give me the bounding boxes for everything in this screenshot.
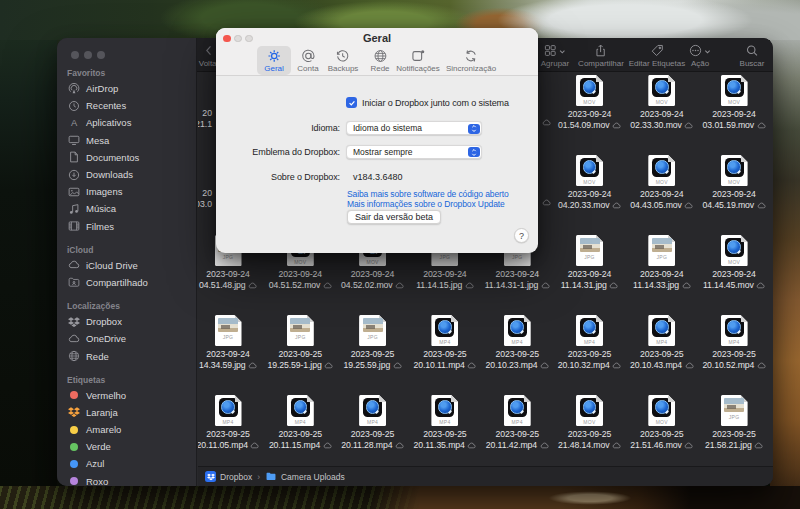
toolbar-button-compartilhar[interactable]: Compartilhar [578, 43, 624, 68]
cloud-download-icon [248, 442, 260, 449]
sidebar-item-laranja[interactable]: Laranja [63, 404, 190, 421]
toolbar-button-editar-etiquetas[interactable]: Editar Etiquetas [629, 43, 685, 68]
open-source-link[interactable]: Saiba mais sobre software de código aber… [347, 189, 509, 199]
file-name: 20.11.42.mp4 [486, 440, 549, 451]
path-item-current[interactable]: Camera Uploads [281, 472, 345, 482]
file-item[interactable]: MOV2023-09-2404.20.33.mov [552, 155, 628, 211]
file-item[interactable]: MP42023-09-2520.11.42.mp4 [479, 395, 555, 451]
file-date: 2023-09-24 [206, 349, 249, 360]
tab-notificacoes[interactable]: Notificações [396, 48, 440, 73]
globe-icon [373, 48, 387, 63]
file-name: 21.58.21.jpg [705, 440, 763, 451]
cloud-download-icon [320, 442, 332, 449]
sidebar-item-vermelho[interactable]: Vermelho [63, 387, 190, 404]
sidebar-item-compartilhado[interactable]: Compartilhado [63, 274, 190, 291]
leave-beta-button[interactable]: Sair da versão beta [347, 210, 441, 224]
file-extension-badge: MP4 [222, 419, 233, 425]
tab-conta[interactable]: Conta [297, 48, 318, 73]
file-item[interactable]: MP42023-09-2520.10.32.mp4 [552, 315, 628, 371]
update-info-link[interactable]: Mais informações sobre o Dropbox Update [347, 199, 505, 209]
sidebar-item-rede[interactable]: Rede [63, 347, 190, 364]
file-item[interactable]: MP42023-09-2520.11.28.mp4 [335, 395, 411, 451]
file-icon: MP4 [431, 315, 458, 346]
sidebar-item-downloads[interactable]: Downloads [63, 166, 190, 183]
sidebar-item-imagens[interactable]: Imagens [63, 183, 190, 200]
tab-backups[interactable]: Backups [328, 48, 359, 73]
svg-text:A: A [70, 118, 77, 128]
sidebar-section-title: iCloud [63, 243, 190, 257]
toolbar-label: Agrupar [541, 59, 569, 68]
sidebar-item-airdrop[interactable]: AirDrop [63, 80, 190, 97]
file-item[interactable]: JPG2023-09-2519.25.59-1.jpg [262, 315, 338, 371]
start-with-system-checkbox[interactable] [346, 97, 357, 108]
clock-icon [67, 99, 80, 112]
file-item[interactable]: MP42023-09-2520.11.15.mp4 [262, 395, 338, 451]
tab-rede[interactable]: Rede [370, 48, 389, 73]
path-item-root[interactable]: Dropbox [220, 472, 252, 482]
file-item[interactable]: MP42023-09-2520.10.43.mp4 [624, 315, 700, 371]
sidebar-item-azul[interactable]: Azul [63, 455, 190, 472]
sidebar-item-recentes[interactable]: Recentes [63, 97, 190, 114]
file-item[interactable]: JPG2023-09-2411.14.31.jpg [552, 235, 628, 291]
toolbar-button-buscar[interactable]: Buscar [740, 43, 765, 68]
file-date: 2023-09-25 [495, 429, 538, 440]
sidebar-item-roxo[interactable]: Roxo [63, 473, 190, 486]
file-name: 04.20.33.mov [558, 200, 621, 211]
cloud-download-icon [609, 442, 621, 449]
chevron-down-icon [704, 41, 711, 59]
sidebar-item-onedrive[interactable]: OneDrive [63, 330, 190, 347]
sidebar-item-musica[interactable]: Música [63, 200, 190, 217]
file-item[interactable]: MOV2023-09-2403.01.59.mov [696, 75, 772, 131]
sidebar-item-documentos[interactable]: Documentos [63, 149, 190, 166]
file-extension-badge: MP4 [512, 419, 523, 425]
zoom-button[interactable] [97, 51, 105, 59]
file-label-partial: 20 [202, 188, 212, 199]
help-button[interactable]: ? [514, 228, 529, 243]
sidebar-item-mesa[interactable]: Mesa [63, 132, 190, 149]
file-item[interactable]: JPG2023-09-2414.34.59.jpg [198, 315, 266, 371]
tab-sincronizacao[interactable]: Sincronização [446, 48, 496, 73]
language-select[interactable]: Idioma do sistema [346, 121, 482, 135]
file-item[interactable]: MP42023-09-2520.10.23.mp4 [479, 315, 555, 371]
toolbar-button-acao[interactable]: Ação [689, 43, 711, 68]
sidebar-item-icloud-drive[interactable]: iCloud Drive [63, 257, 190, 274]
file-item[interactable]: MOV2023-09-2404.45.19.mov [696, 155, 772, 211]
file-date: 2023-09-25 [640, 349, 683, 360]
dropbox-icon [67, 315, 80, 328]
file-extension-badge: MOV [294, 259, 306, 265]
file-item[interactable]: MP42023-09-2520.11.35.mp4 [407, 395, 483, 451]
minimize-button[interactable] [84, 51, 92, 59]
file-extension-badge: MOV [656, 419, 668, 425]
file-date: 2023-09-25 [206, 429, 249, 440]
sidebar-item-dropbox[interactable]: Dropbox [63, 313, 190, 330]
file-item[interactable]: MOV2023-09-2402.33.30.mov [624, 75, 700, 131]
cloud-download-icon [679, 282, 691, 289]
sidebar-item-verde[interactable]: Verde [63, 438, 190, 455]
sidebar-item-aplicativos[interactable]: AAplicativos [63, 114, 190, 131]
file-extension-badge: JPG [584, 254, 595, 260]
file-item[interactable]: MOV2023-09-2401.54.09.mov [552, 75, 628, 131]
tab-geral[interactable]: Geral [264, 48, 284, 73]
cloud-download-icon [754, 362, 766, 369]
file-item[interactable]: JPG2023-09-2411.14.33.jpg [624, 235, 700, 291]
file-item[interactable]: JPG2023-09-2519.25.59.jpg [335, 315, 411, 371]
file-item[interactable]: JPG2023-09-2521.58.21.jpg [696, 395, 772, 451]
file-item[interactable]: MOV2023-09-2521.51.46.mov [624, 395, 700, 451]
file-item[interactable]: MP42023-09-2520.11.05.mp4 [198, 395, 266, 451]
file-date: 2023-09-24 [712, 189, 755, 200]
file-icon: MOV [648, 395, 675, 426]
file-item[interactable]: MOV2023-09-2521.48.14.mov [552, 395, 628, 451]
file-item[interactable]: MP42023-09-2520.10.52.mp4 [696, 315, 772, 371]
sidebar-item-amarelo[interactable]: Amarelo [63, 421, 190, 438]
file-item[interactable]: MOV2023-09-2411.14.45.mov [696, 235, 772, 291]
file-item[interactable]: MOV2023-09-2404.43.05.mov [624, 155, 700, 211]
sidebar-item-filmes[interactable]: Filmes [63, 218, 190, 235]
close-button[interactable] [71, 51, 79, 59]
sidebar-item-label: Vermelho [86, 390, 126, 401]
file-icon: MOV [576, 395, 603, 426]
badge-select[interactable]: Mostrar sempre [346, 145, 482, 159]
file-item[interactable]: MP42023-09-2520.10.11.mp4 [407, 315, 483, 371]
sidebar-item-label: Aplicativos [86, 117, 131, 128]
toolbar-button-agrupar[interactable]: Agrupar [541, 43, 569, 68]
version-text: v184.3.6480 [353, 172, 403, 182]
